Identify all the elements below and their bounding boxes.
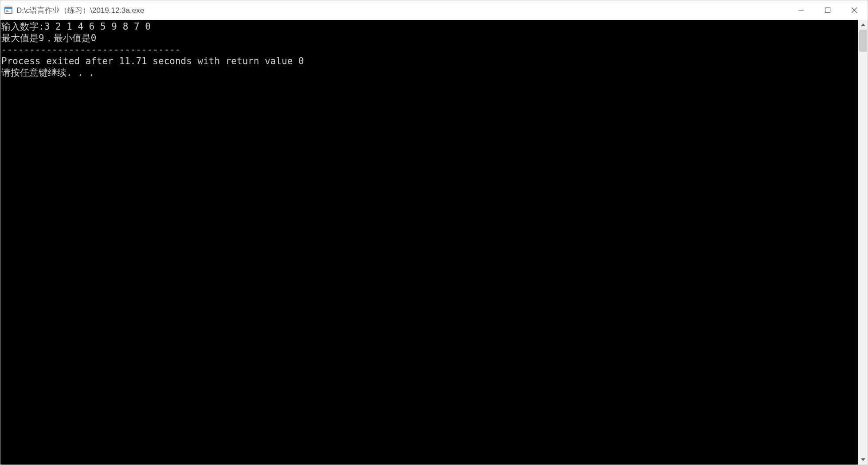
scroll-up-button[interactable] [858, 20, 868, 30]
content-wrapper: 输入数字:3 2 1 4 6 5 9 8 7 0 最大值是9，最小值是0 ---… [0, 20, 868, 465]
window-controls [788, 0, 868, 20]
console-line: -------------------------------- [1, 44, 181, 55]
console-window: D:\c语言作业（练习）\2019.12.3a.exe 输入数字:3 2 1 4… [0, 0, 868, 465]
console-line: 输入数字:3 2 1 4 6 5 9 8 7 0 [1, 21, 151, 32]
console-line: 请按任意键继续. . . [1, 67, 94, 78]
maximize-button[interactable] [814, 0, 841, 20]
window-title: D:\c语言作业（练习）\2019.12.3a.exe [16, 5, 788, 16]
app-icon [4, 6, 13, 15]
close-button[interactable] [841, 0, 868, 20]
scrollbar-thumb[interactable] [859, 30, 867, 52]
svg-rect-5 [825, 8, 830, 13]
svg-rect-1 [5, 7, 12, 9]
scrollbar-track[interactable] [858, 30, 868, 455]
minimize-button[interactable] [788, 0, 814, 20]
titlebar[interactable]: D:\c语言作业（练习）\2019.12.3a.exe [0, 0, 868, 20]
scroll-down-button[interactable] [858, 455, 868, 465]
console-line: Process exited after 11.71 seconds with … [1, 56, 304, 66]
vertical-scrollbar[interactable] [858, 20, 868, 465]
console-output[interactable]: 输入数字:3 2 1 4 6 5 9 8 7 0 最大值是9，最小值是0 ---… [0, 20, 858, 465]
console-line: 最大值是9，最小值是0 [1, 33, 96, 43]
